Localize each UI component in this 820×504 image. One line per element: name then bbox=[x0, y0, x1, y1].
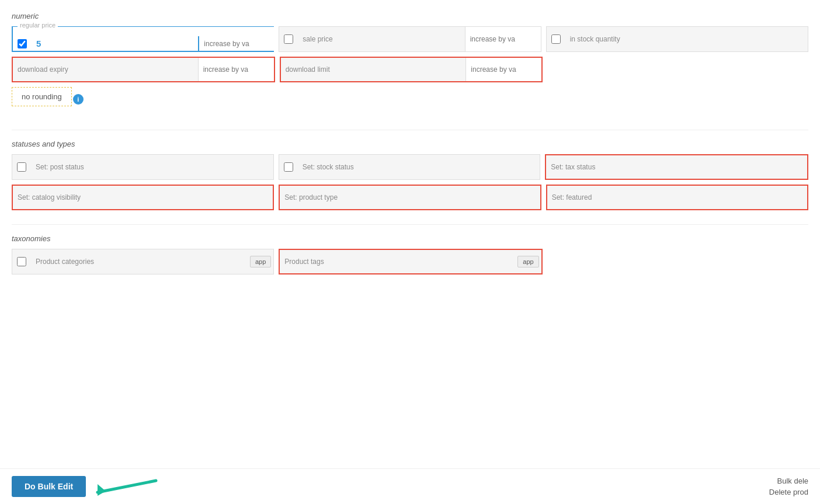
regular-price-floatlabel: regular price bbox=[18, 22, 58, 29]
taxonomies-row-1: Product categories app Product tags app bbox=[12, 249, 808, 274]
info-icon-wrap: i bbox=[73, 94, 84, 105]
bulk-right-actions: Bulk dele Delete prod bbox=[769, 477, 808, 496]
divider-1 bbox=[12, 130, 808, 130]
product-tags-app-btn[interactable]: app bbox=[517, 256, 538, 267]
in-stock-checkbox[interactable] bbox=[551, 34, 561, 44]
download-expiry-label: download expiry bbox=[13, 65, 198, 74]
in-stock-checkbox-area[interactable] bbox=[547, 34, 565, 44]
product-tags-label: Product tags bbox=[280, 258, 517, 266]
download-limit-increase-input[interactable] bbox=[465, 58, 541, 81]
no-rounding-wrapper: no rounding i bbox=[12, 87, 72, 111]
stock-status-checkbox-area[interactable] bbox=[279, 162, 298, 172]
post-status-group: Set: post status bbox=[12, 154, 274, 180]
sale-price-checkbox[interactable] bbox=[284, 34, 293, 44]
product-categories-group: Product categories app bbox=[12, 249, 274, 274]
download-expiry-increase-input[interactable] bbox=[198, 58, 274, 81]
info-icon[interactable]: i bbox=[73, 94, 84, 105]
post-status-checkbox-area[interactable] bbox=[12, 162, 31, 172]
stock-status-checkbox[interactable] bbox=[284, 162, 293, 172]
download-limit-label: download limit bbox=[281, 65, 466, 74]
statuses-section: statuses and types Set: post status Set:… bbox=[12, 140, 808, 210]
regular-price-increase-input[interactable] bbox=[198, 36, 274, 51]
main-content: numeric regular price bbox=[12, 12, 808, 335]
sale-price-checkbox-area[interactable] bbox=[279, 34, 298, 44]
green-arrow-icon bbox=[92, 476, 162, 497]
empty-spacer bbox=[547, 57, 808, 82]
regular-price-input[interactable] bbox=[32, 39, 198, 48]
in-stock-quantity-group: in stock quantity bbox=[546, 26, 808, 52]
sale-price-increase-input[interactable] bbox=[465, 27, 541, 51]
download-limit-group: download limit bbox=[280, 57, 543, 82]
tax-status-group: Set: tax status bbox=[545, 154, 808, 180]
product-categories-checkbox[interactable] bbox=[17, 257, 26, 266]
product-categories-app-btn[interactable]: app bbox=[250, 256, 271, 267]
statuses-label: statuses and types bbox=[12, 140, 808, 148]
sale-price-group: sale price bbox=[279, 26, 541, 52]
numeric-section: numeric regular price bbox=[12, 12, 808, 120]
download-expiry-group: download expiry bbox=[12, 57, 275, 82]
taxonomies-section: taxonomies Product categories app Produc… bbox=[12, 234, 808, 274]
stock-status-label: Set: stock status bbox=[298, 163, 540, 171]
product-categories-checkbox-area[interactable] bbox=[12, 257, 31, 266]
bottom-bar: Do Bulk Edit Bulk dele Delete prod bbox=[0, 468, 820, 504]
tax-status-label: Set: tax status bbox=[546, 163, 807, 171]
sale-price-label: sale price bbox=[298, 35, 464, 43]
svg-line-0 bbox=[98, 481, 156, 492]
in-stock-label: in stock quantity bbox=[565, 35, 808, 43]
numeric-label: numeric bbox=[12, 12, 808, 20]
product-tags-group: Product tags app bbox=[279, 249, 542, 274]
featured-group: Set: featured bbox=[546, 185, 808, 210]
statuses-row-2: Set: catalog visibility Set: product typ… bbox=[12, 185, 808, 210]
no-rounding-box[interactable]: no rounding bbox=[12, 87, 72, 106]
statuses-row-1: Set: post status Set: stock status Set: … bbox=[12, 154, 808, 180]
catalog-visibility-group: Set: catalog visibility bbox=[12, 185, 274, 210]
product-type-group: Set: product type bbox=[279, 185, 541, 210]
product-categories-label: Product categories bbox=[31, 258, 250, 266]
numeric-row-1: regular price sale price bbox=[12, 26, 808, 52]
regular-price-checkbox[interactable] bbox=[18, 39, 27, 48]
regular-price-group: regular price bbox=[12, 26, 274, 52]
divider-2 bbox=[12, 224, 808, 225]
bulk-delete-link[interactable]: Bulk dele bbox=[777, 477, 808, 485]
bulk-edit-wrapper: Do Bulk Edit bbox=[12, 476, 162, 497]
product-type-label: Set: product type bbox=[280, 193, 540, 201]
taxonomies-label: taxonomies bbox=[12, 234, 808, 243]
numeric-row-2: download expiry download limit bbox=[12, 57, 808, 82]
stock-status-group: Set: stock status bbox=[279, 154, 541, 180]
featured-label: Set: featured bbox=[547, 193, 807, 201]
no-rounding-label: no rounding bbox=[22, 92, 62, 101]
delete-product-link[interactable]: Delete prod bbox=[769, 488, 808, 496]
taxonomy-spacer bbox=[547, 249, 808, 274]
do-bulk-edit-button[interactable]: Do Bulk Edit bbox=[12, 476, 86, 497]
page-wrapper: numeric regular price bbox=[0, 0, 820, 504]
post-status-checkbox[interactable] bbox=[17, 162, 26, 172]
catalog-visibility-label: Set: catalog visibility bbox=[13, 193, 273, 201]
regular-price-checkbox-area[interactable] bbox=[13, 39, 32, 48]
post-status-label: Set: post status bbox=[31, 163, 273, 171]
